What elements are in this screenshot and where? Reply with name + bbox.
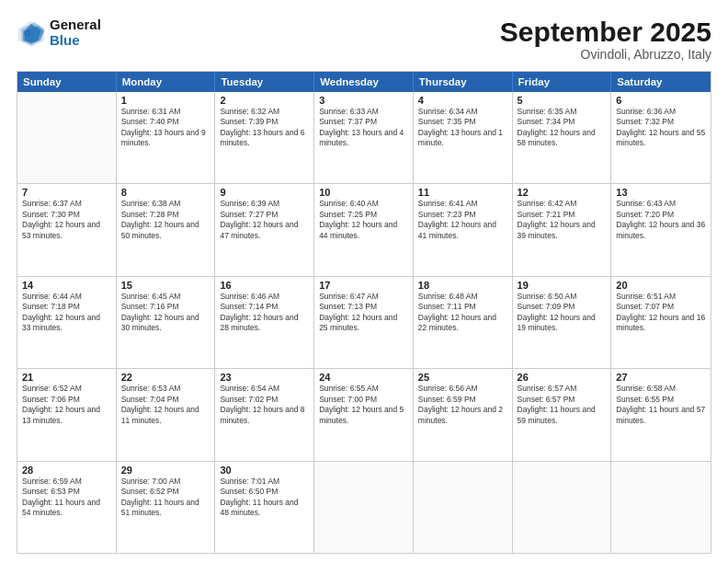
logo: G General Blue xyxy=(17,17,101,49)
logo-blue: Blue xyxy=(50,32,101,48)
header-monday: Monday xyxy=(117,72,216,92)
header-friday: Friday xyxy=(513,72,612,92)
title-block: September 2025 Ovindoli, Abruzzo, Italy xyxy=(500,17,711,62)
week-row-2: 7Sunrise: 6:37 AMSunset: 7:30 PMDaylight… xyxy=(17,183,711,275)
svg-text:G: G xyxy=(24,29,31,39)
cell-0-2: 2Sunrise: 6:32 AMSunset: 7:39 PMDaylight… xyxy=(215,92,314,183)
cell-3-0: 21Sunrise: 6:52 AMSunset: 7:06 PMDayligh… xyxy=(17,369,117,460)
cell-4-5 xyxy=(513,462,612,553)
week-row-5: 28Sunrise: 6:59 AMSunset: 6:53 PMDayligh… xyxy=(17,461,711,553)
day-number: 17 xyxy=(319,280,408,291)
month-title: September 2025 xyxy=(500,17,711,47)
cell-info: Sunrise: 6:51 AMSunset: 7:07 PMDaylight:… xyxy=(616,292,706,334)
day-number: 5 xyxy=(518,95,607,106)
cell-2-6: 20Sunrise: 6:51 AMSunset: 7:07 PMDayligh… xyxy=(611,277,711,368)
cell-info: Sunrise: 6:47 AMSunset: 7:13 PMDaylight:… xyxy=(319,292,408,334)
logo-text: General Blue xyxy=(50,17,101,49)
cell-2-1: 15Sunrise: 6:45 AMSunset: 7:16 PMDayligh… xyxy=(117,277,216,368)
header-sunday: Sunday xyxy=(17,72,117,92)
cell-3-1: 22Sunrise: 6:53 AMSunset: 7:04 PMDayligh… xyxy=(117,369,216,460)
cell-3-5: 26Sunrise: 6:57 AMSunset: 6:57 PMDayligh… xyxy=(513,369,612,460)
cell-info: Sunrise: 6:52 AMSunset: 7:06 PMDaylight:… xyxy=(22,384,111,426)
cell-4-0: 28Sunrise: 6:59 AMSunset: 6:53 PMDayligh… xyxy=(17,462,117,553)
day-number: 3 xyxy=(319,95,408,106)
header-wednesday: Wednesday xyxy=(314,72,414,92)
day-number: 29 xyxy=(121,465,210,476)
cell-2-5: 19Sunrise: 6:50 AMSunset: 7:09 PMDayligh… xyxy=(513,277,612,368)
day-number: 10 xyxy=(319,187,408,198)
day-number: 19 xyxy=(518,280,607,291)
cell-info: Sunrise: 6:32 AMSunset: 7:39 PMDaylight:… xyxy=(220,107,309,149)
day-number: 6 xyxy=(616,95,706,106)
header-saturday: Saturday xyxy=(611,72,711,92)
cell-3-4: 25Sunrise: 6:56 AMSunset: 6:59 PMDayligh… xyxy=(414,369,513,460)
cell-0-6: 6Sunrise: 6:36 AMSunset: 7:32 PMDaylight… xyxy=(611,92,711,183)
cell-3-2: 23Sunrise: 6:54 AMSunset: 7:02 PMDayligh… xyxy=(215,369,314,460)
day-number: 11 xyxy=(418,187,507,198)
cell-1-2: 9Sunrise: 6:39 AMSunset: 7:27 PMDaylight… xyxy=(215,184,314,275)
day-number: 21 xyxy=(22,372,111,383)
cell-info: Sunrise: 6:40 AMSunset: 7:25 PMDaylight:… xyxy=(319,199,408,241)
cell-1-0: 7Sunrise: 6:37 AMSunset: 7:30 PMDaylight… xyxy=(17,184,117,275)
cell-info: Sunrise: 6:54 AMSunset: 7:02 PMDaylight:… xyxy=(220,384,309,426)
cell-0-3: 3Sunrise: 6:33 AMSunset: 7:37 PMDaylight… xyxy=(314,92,414,183)
cell-info: Sunrise: 6:36 AMSunset: 7:32 PMDaylight:… xyxy=(616,107,706,149)
cell-2-4: 18Sunrise: 6:48 AMSunset: 7:11 PMDayligh… xyxy=(414,277,513,368)
cell-info: Sunrise: 6:37 AMSunset: 7:30 PMDaylight:… xyxy=(22,199,111,241)
week-row-3: 14Sunrise: 6:44 AMSunset: 7:18 PMDayligh… xyxy=(17,276,711,368)
cell-0-5: 5Sunrise: 6:35 AMSunset: 7:34 PMDaylight… xyxy=(513,92,612,183)
cell-2-2: 16Sunrise: 6:46 AMSunset: 7:14 PMDayligh… xyxy=(215,277,314,368)
cell-3-6: 27Sunrise: 6:58 AMSunset: 6:55 PMDayligh… xyxy=(611,369,711,460)
day-number: 13 xyxy=(616,187,706,198)
day-number: 20 xyxy=(616,280,706,291)
cell-info: Sunrise: 6:44 AMSunset: 7:18 PMDaylight:… xyxy=(22,292,111,334)
cell-info: Sunrise: 6:50 AMSunset: 7:09 PMDaylight:… xyxy=(518,292,607,334)
cell-info: Sunrise: 7:01 AMSunset: 6:50 PMDaylight:… xyxy=(220,477,309,519)
cell-info: Sunrise: 6:59 AMSunset: 6:53 PMDaylight:… xyxy=(22,477,111,519)
day-number: 7 xyxy=(22,187,111,198)
header: G General Blue September 2025 Ovindoli, … xyxy=(17,17,711,62)
cell-2-0: 14Sunrise: 6:44 AMSunset: 7:18 PMDayligh… xyxy=(17,277,117,368)
day-number: 8 xyxy=(121,187,210,198)
cell-1-3: 10Sunrise: 6:40 AMSunset: 7:25 PMDayligh… xyxy=(314,184,414,275)
cell-4-6 xyxy=(611,462,711,553)
cell-info: Sunrise: 6:46 AMSunset: 7:14 PMDaylight:… xyxy=(220,292,309,334)
cell-info: Sunrise: 6:33 AMSunset: 7:37 PMDaylight:… xyxy=(319,107,408,149)
day-number: 2 xyxy=(220,95,309,106)
day-number: 30 xyxy=(220,465,309,476)
header-thursday: Thursday xyxy=(414,72,513,92)
cell-info: Sunrise: 6:57 AMSunset: 6:57 PMDaylight:… xyxy=(518,384,607,426)
day-number: 15 xyxy=(121,280,210,291)
day-number: 24 xyxy=(319,372,408,383)
cell-0-0 xyxy=(17,92,117,183)
cell-info: Sunrise: 6:35 AMSunset: 7:34 PMDaylight:… xyxy=(518,107,607,149)
cell-4-2: 30Sunrise: 7:01 AMSunset: 6:50 PMDayligh… xyxy=(215,462,314,553)
day-number: 9 xyxy=(220,187,309,198)
calendar-body: 1Sunrise: 6:31 AMSunset: 7:40 PMDaylight… xyxy=(17,92,711,553)
page: G General Blue September 2025 Ovindoli, … xyxy=(0,0,728,563)
day-number: 22 xyxy=(121,372,210,383)
logo-icon: G xyxy=(17,17,46,47)
cell-4-4 xyxy=(414,462,513,553)
calendar: Sunday Monday Tuesday Wednesday Thursday… xyxy=(17,71,711,554)
cell-3-3: 24Sunrise: 6:55 AMSunset: 7:00 PMDayligh… xyxy=(314,369,414,460)
cell-info: Sunrise: 6:56 AMSunset: 6:59 PMDaylight:… xyxy=(418,384,507,426)
cell-info: Sunrise: 6:31 AMSunset: 7:40 PMDaylight:… xyxy=(121,107,210,149)
cell-info: Sunrise: 6:58 AMSunset: 6:55 PMDaylight:… xyxy=(616,384,706,426)
cell-4-1: 29Sunrise: 7:00 AMSunset: 6:52 PMDayligh… xyxy=(117,462,216,553)
cell-info: Sunrise: 6:41 AMSunset: 7:23 PMDaylight:… xyxy=(418,199,507,241)
day-number: 26 xyxy=(518,372,607,383)
cell-info: Sunrise: 6:42 AMSunset: 7:21 PMDaylight:… xyxy=(518,199,607,241)
day-number: 1 xyxy=(121,95,210,106)
day-number: 25 xyxy=(418,372,507,383)
cell-0-1: 1Sunrise: 6:31 AMSunset: 7:40 PMDaylight… xyxy=(117,92,216,183)
location: Ovindoli, Abruzzo, Italy xyxy=(500,47,711,62)
cell-info: Sunrise: 6:53 AMSunset: 7:04 PMDaylight:… xyxy=(121,384,210,426)
calendar-header: Sunday Monday Tuesday Wednesday Thursday… xyxy=(17,72,711,92)
cell-info: Sunrise: 6:43 AMSunset: 7:20 PMDaylight:… xyxy=(616,199,706,241)
cell-1-5: 12Sunrise: 6:42 AMSunset: 7:21 PMDayligh… xyxy=(513,184,612,275)
cell-2-3: 17Sunrise: 6:47 AMSunset: 7:13 PMDayligh… xyxy=(314,277,414,368)
cell-info: Sunrise: 6:34 AMSunset: 7:35 PMDaylight:… xyxy=(418,107,507,149)
logo-general: General xyxy=(50,17,101,32)
cell-0-4: 4Sunrise: 6:34 AMSunset: 7:35 PMDaylight… xyxy=(414,92,513,183)
